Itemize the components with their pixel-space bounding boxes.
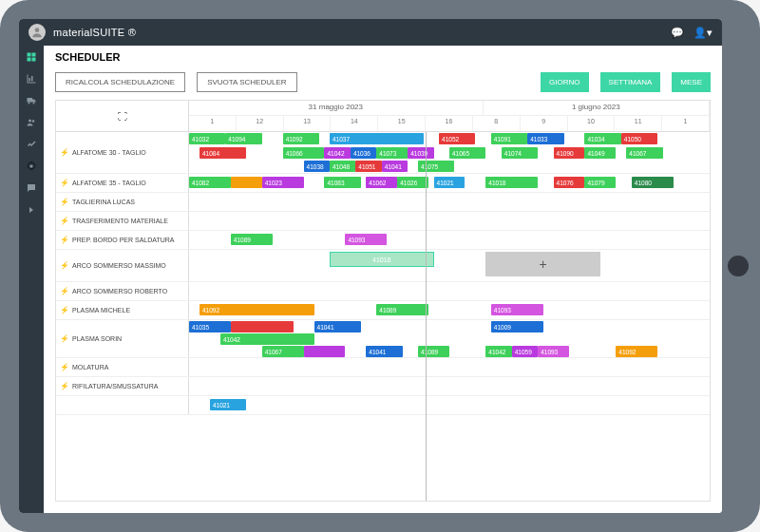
gantt-bar[interactable]: 41089 (376, 304, 428, 315)
gantt-bar[interactable]: 41050 (621, 133, 657, 144)
bolt-icon: ⚡ (60, 217, 69, 225)
gantt-bar[interactable]: 41036 (351, 147, 376, 159)
gantt-bar[interactable]: 41089 (418, 346, 449, 357)
gantt-bar[interactable] (231, 177, 262, 188)
bolt-icon: ⚡ (60, 334, 69, 343)
gantt-lane[interactable]: 4103241094410924103741052410914103341034… (189, 132, 710, 173)
gantt-bar[interactable]: 41073 (376, 147, 408, 159)
nav-chart-icon[interactable] (26, 73, 37, 85)
gantt-bar[interactable]: 41075 (418, 161, 454, 172)
gantt-bar[interactable]: 41079 (584, 177, 616, 188)
gantt-lane[interactable] (189, 358, 710, 376)
empty-button[interactable]: SVUOTA SCHEDULER (197, 72, 296, 92)
gantt-bar[interactable]: 41038 (304, 161, 330, 172)
gantt-bar[interactable]: 41089 (231, 234, 273, 245)
svg-rect-4 (32, 58, 36, 62)
gantt-bar[interactable]: 41026 (397, 177, 428, 188)
gantt-bar[interactable]: 41092 (283, 133, 319, 144)
nav-truck-icon[interactable] (26, 95, 37, 106)
gantt-bar[interactable]: 41093 (538, 346, 569, 357)
gantt-bar[interactable] (231, 321, 294, 332)
hour-cell: 9 (521, 116, 568, 131)
nav-tools-icon[interactable] (26, 139, 37, 150)
gantt-bar[interactable]: 41052 (439, 133, 475, 144)
gantt-bar[interactable]: 41074 (502, 147, 538, 159)
gantt-bar[interactable]: 41041 (382, 161, 408, 172)
gantt-bar[interactable]: 41091 (491, 133, 527, 144)
gantt-bar[interactable]: 41021 (434, 177, 466, 188)
hour-cell: 14 (331, 116, 378, 131)
gantt-bar[interactable]: 41042 (220, 333, 314, 345)
gantt-bar[interactable]: 41066 (283, 147, 325, 159)
gantt-bar[interactable]: 41041 (366, 346, 402, 357)
gantt-lane[interactable] (189, 377, 710, 395)
nav-more-icon[interactable] (26, 204, 37, 216)
gantt-bar[interactable]: 41009 (491, 321, 543, 332)
gantt-bar[interactable]: 41049 (584, 147, 616, 159)
gantt-lane[interactable]: 4108941093 (189, 231, 710, 249)
gantt-lane[interactable] (189, 282, 710, 300)
resource-label: ⚡TRASFERIMENTO MATERIALE (56, 212, 189, 230)
gantt-lane[interactable]: 4108241023410834106241026410214101841076… (189, 174, 710, 192)
gantt-lane[interactable]: 41021 (189, 396, 710, 414)
gantt-bar[interactable]: 41067 (262, 346, 304, 357)
tablet-home-button (728, 256, 749, 276)
gantt-bar[interactable]: 41042 (324, 147, 350, 159)
gantt-lane[interactable]: 4103541041410094104241067410414108941042… (189, 320, 710, 357)
gantt-bar[interactable]: 41082 (189, 177, 231, 188)
nav-settings-icon[interactable] (26, 161, 37, 172)
gantt-bar[interactable]: 41062 (366, 177, 397, 188)
view-day-button[interactable]: GIORNO (541, 72, 588, 92)
gantt-bar[interactable]: 41065 (449, 147, 485, 159)
gantt-bar[interactable]: 41083 (324, 177, 360, 188)
avatar[interactable] (28, 24, 46, 41)
gantt-lane[interactable] (189, 193, 710, 211)
view-month-button[interactable]: MESE (672, 72, 711, 92)
gantt-bar[interactable]: 41018 (485, 177, 538, 188)
gantt-bar-ghost[interactable]: 41018 (330, 252, 434, 267)
gantt-bar[interactable]: 41051 (355, 161, 381, 172)
gantt-bar[interactable]: 41021 (210, 399, 246, 410)
gantt-bar[interactable]: 41094 (225, 133, 261, 144)
svg-rect-1 (28, 53, 31, 57)
topbar: materialSUITE ® 💬 👤▾ (19, 19, 722, 46)
hour-cell: 16 (426, 116, 473, 131)
svg-rect-2 (32, 53, 36, 57)
gantt-lane[interactable] (189, 212, 710, 230)
gantt-bar[interactable]: 41032 (189, 133, 225, 144)
gantt-bar[interactable]: 41092 (200, 304, 314, 315)
gantt-bar[interactable]: 41048 (330, 161, 355, 172)
resource-label: ⚡ARCO SOMMERSO ROBERTO (56, 282, 189, 300)
gantt-bar[interactable]: 41067 (626, 147, 662, 159)
gantt-bar[interactable]: 41041 (314, 321, 361, 332)
view-week-button[interactable]: SETTIMANA (600, 72, 661, 92)
gantt-bar[interactable]: 41076 (554, 177, 585, 188)
gantt-bar[interactable]: 41092 (616, 346, 657, 357)
gantt-lane[interactable]: 41018+ (189, 250, 710, 281)
nav-users-icon[interactable] (26, 117, 37, 128)
gantt-bar[interactable]: 41023 (262, 177, 304, 188)
gantt-bar[interactable]: 41042 (485, 346, 511, 357)
gantt-bar[interactable]: 41037 (330, 133, 424, 144)
gantt-bar[interactable]: 41080 (632, 177, 674, 188)
resource-label: ⚡PREP. BORDO PER SALDATURA (56, 231, 189, 249)
gantt-bar[interactable]: 41090 (554, 147, 585, 159)
gantt-bar[interactable]: 41093 (491, 304, 543, 315)
gantt-drop-placeholder[interactable]: + (485, 252, 600, 276)
expand-icon[interactable]: ⛶ (118, 111, 127, 122)
gantt-bar[interactable] (304, 346, 346, 357)
gantt-bar[interactable]: 41035 (189, 321, 231, 332)
nav-dashboard-icon[interactable] (26, 51, 37, 63)
gantt-bar[interactable]: 41034 (584, 133, 620, 144)
gantt-bar[interactable]: 41093 (345, 234, 387, 245)
user-menu-icon[interactable]: 👤▾ (694, 27, 712, 39)
gantt-bar[interactable]: 41084 (200, 147, 246, 159)
gantt-bar[interactable]: 41059 (512, 346, 538, 357)
recalc-button[interactable]: RICALCOLA SCHEDULAZIONE (55, 72, 185, 92)
gantt-bar[interactable]: 41033 (527, 133, 563, 144)
nav-chat-icon[interactable] (26, 182, 37, 194)
gantt-bar[interactable]: 41039 (408, 147, 433, 159)
chat-icon[interactable]: 💬 (671, 27, 684, 39)
gantt-lane[interactable]: 410924108941093 (189, 301, 710, 319)
bolt-icon: ⚡ (60, 287, 69, 295)
